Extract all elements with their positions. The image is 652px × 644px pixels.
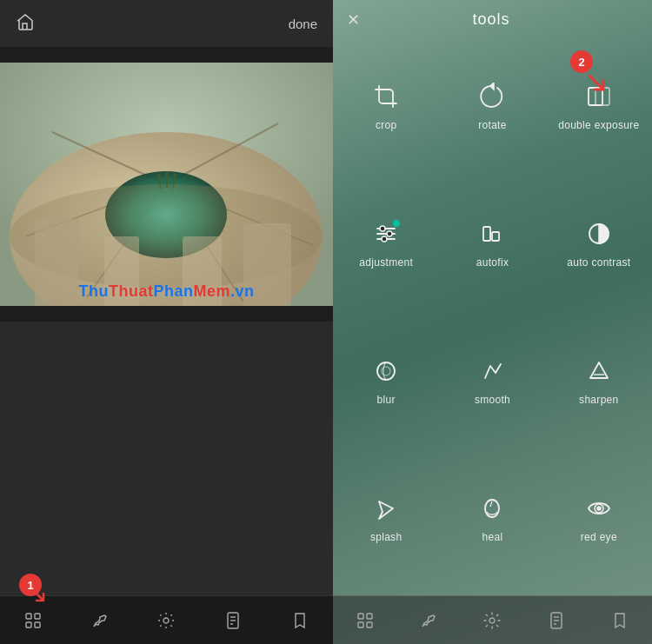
left-spacer bbox=[0, 322, 333, 596]
photo-area: ThuThuatPhanMem.vn bbox=[0, 47, 333, 322]
sharpen-label: sharpen bbox=[579, 394, 618, 406]
autofix-icon bbox=[476, 218, 508, 249]
tool-blur[interactable]: blur bbox=[333, 312, 439, 449]
svg-point-33 bbox=[382, 236, 387, 242]
tools-icon-right[interactable] bbox=[356, 611, 375, 630]
tool-smooth[interactable]: smooth bbox=[439, 312, 545, 449]
sharpen-icon bbox=[583, 355, 615, 387]
left-header: done bbox=[0, 0, 333, 47]
smooth-label: smooth bbox=[475, 394, 510, 406]
home-icon[interactable] bbox=[16, 12, 35, 35]
document-icon-right[interactable] bbox=[547, 611, 566, 630]
brush-icon-right[interactable] bbox=[419, 611, 438, 630]
svg-rect-45 bbox=[367, 614, 372, 619]
svg-rect-20 bbox=[35, 622, 40, 627]
done-button[interactable]: done bbox=[289, 17, 317, 31]
svg-rect-18 bbox=[35, 614, 40, 619]
splash-icon bbox=[370, 493, 402, 524]
adjustment-label: adjustment bbox=[359, 256, 413, 269]
arrow-down-1 bbox=[29, 587, 48, 609]
svg-rect-19 bbox=[26, 622, 31, 627]
left-bottom-bar bbox=[0, 595, 333, 644]
tools-icon-left[interactable] bbox=[23, 611, 43, 630]
settings-icon-left[interactable] bbox=[156, 611, 176, 630]
smooth-icon bbox=[476, 355, 508, 387]
blur-icon bbox=[370, 355, 402, 387]
tool-adjustment[interactable]: adjustment bbox=[333, 175, 439, 312]
arrow-down-2 bbox=[584, 71, 609, 99]
tool-sharpen[interactable]: sharpen bbox=[546, 312, 652, 449]
svg-point-32 bbox=[387, 231, 392, 236]
auto-contrast-label: auto contrast bbox=[567, 256, 630, 269]
svg-rect-46 bbox=[358, 622, 363, 627]
svg-rect-34 bbox=[483, 227, 490, 241]
red-eye-label: red eye bbox=[581, 531, 617, 543]
left-panel: done bbox=[0, 0, 333, 644]
tool-crop[interactable]: crop bbox=[333, 37, 439, 175]
tool-autofix[interactable]: autofix bbox=[439, 175, 545, 312]
svg-point-37 bbox=[377, 362, 395, 380]
right-panel: ✕ tools 2 crop bbox=[333, 0, 652, 644]
settings-icon-right[interactable] bbox=[482, 611, 502, 630]
tool-splash[interactable]: splash bbox=[333, 449, 439, 587]
bookmark-icon-left[interactable] bbox=[290, 611, 309, 630]
crop-label: crop bbox=[376, 119, 397, 131]
tool-auto-contrast[interactable]: auto contrast bbox=[546, 175, 652, 312]
tools-grid: crop rotate bbox=[333, 29, 652, 595]
svg-point-31 bbox=[380, 226, 385, 231]
photo-canvas: ThuThuatPhanMem.vn bbox=[0, 63, 333, 306]
double-exposure-label: double exposure bbox=[558, 119, 639, 131]
heal-label: heal bbox=[482, 531, 503, 543]
svg-rect-17 bbox=[26, 614, 31, 619]
rotate-label: rotate bbox=[478, 119, 507, 131]
brush-icon-left[interactable] bbox=[90, 611, 110, 630]
svg-point-21 bbox=[163, 618, 169, 623]
watermark: ThuThuatPhanMem.vn bbox=[0, 277, 333, 306]
tool-heal[interactable]: heal bbox=[439, 449, 545, 587]
crop-icon bbox=[370, 81, 402, 112]
blur-label: blur bbox=[377, 394, 396, 406]
bookmark-icon-right[interactable] bbox=[610, 611, 629, 630]
svg-point-43 bbox=[597, 507, 601, 510]
svg-point-48 bbox=[489, 618, 495, 623]
tool-double-exposure[interactable]: double exposure bbox=[546, 37, 652, 175]
splash-label: splash bbox=[370, 531, 403, 543]
close-button[interactable]: ✕ bbox=[347, 12, 360, 28]
rotate-icon bbox=[476, 81, 508, 112]
svg-rect-35 bbox=[492, 232, 499, 241]
tools-title: tools bbox=[360, 10, 622, 29]
autofix-label: autofix bbox=[476, 256, 509, 269]
svg-rect-47 bbox=[367, 622, 372, 627]
tool-rotate[interactable]: rotate bbox=[439, 37, 545, 175]
right-bottom-bar bbox=[333, 595, 652, 644]
svg-line-41 bbox=[490, 501, 492, 507]
adjustment-icon-wrapper bbox=[370, 218, 402, 249]
auto-contrast-icon bbox=[583, 218, 615, 249]
tool-red-eye[interactable]: red eye bbox=[546, 449, 652, 587]
red-eye-icon bbox=[583, 493, 615, 524]
svg-rect-44 bbox=[358, 614, 363, 619]
badge-2: 2 bbox=[570, 50, 593, 73]
right-header: ✕ tools bbox=[333, 0, 652, 29]
document-icon-left[interactable] bbox=[223, 611, 243, 630]
heal-icon bbox=[476, 493, 508, 524]
